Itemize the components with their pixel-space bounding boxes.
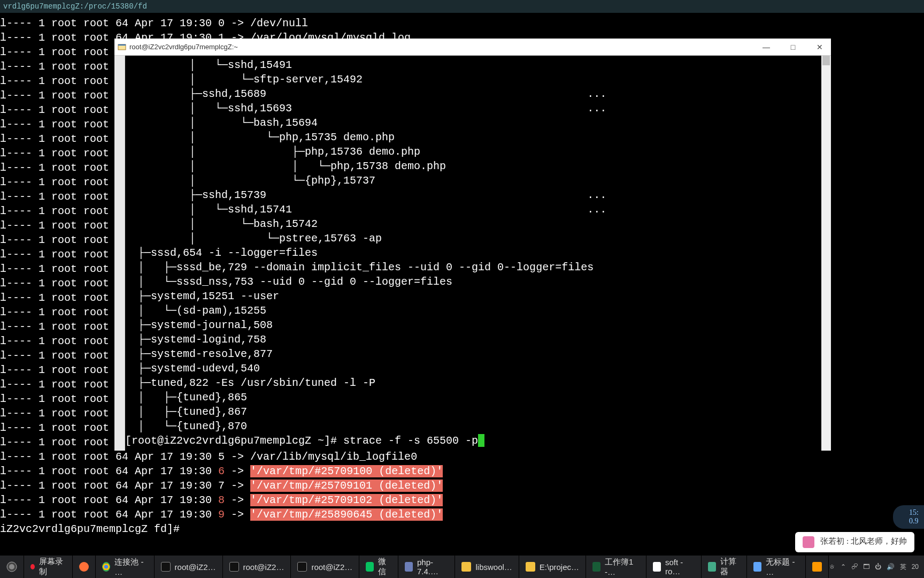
chat-name: 张若初 : <box>820 537 849 545</box>
txt-icon <box>753 562 761 572</box>
fm-icon <box>526 562 535 572</box>
start-button[interactable] <box>0 556 24 578</box>
taskbar-label: 屏幕录制 <box>39 557 66 577</box>
taskbar-item[interactable]: 屏幕录制 <box>24 556 73 578</box>
scrollbar[interactable] <box>821 56 831 451</box>
svg-point-3 <box>9 564 14 569</box>
taskbar-item[interactable] <box>806 556 829 578</box>
term-icon <box>161 562 171 572</box>
putty-window: root@iZ2vc2vrdlg6pu7memplcgZ:~ — □ ✕ │ └… <box>114 39 831 451</box>
maximize-button[interactable]: □ <box>785 43 801 51</box>
taskbar-item[interactable]: E:\projec… <box>519 556 586 578</box>
taskbar-label: 工作簿1 -… <box>605 557 640 576</box>
tray-icon[interactable]: 🗪 <box>851 563 858 571</box>
tray-icon[interactable]: ㅎ <box>829 562 835 572</box>
avatar <box>803 536 814 548</box>
taskbar-label: php-7.4.… <box>417 558 449 576</box>
taskbar-label: 无标题 - … <box>766 557 798 576</box>
xls-icon <box>592 562 600 572</box>
taskbar-item[interactable]: 计算器 <box>702 556 747 578</box>
taskbar-label: root@iZ2… <box>311 562 352 572</box>
pill-line1: 15: <box>909 508 919 517</box>
record-icon <box>30 564 35 569</box>
chat-notification[interactable]: 张若初 : 北风老师，好帅 <box>795 532 914 552</box>
putty-icon <box>118 43 126 51</box>
taskbar-label: 连接池 - … <box>114 557 147 576</box>
taskbar-item[interactable]: 无标题 - … <box>747 556 805 578</box>
taskbar-item[interactable]: 微信 <box>359 556 398 578</box>
taskbar[interactable]: 屏幕录制连接池 - …root@iZ2…root@iZ2…root@iZ2…微信… <box>0 556 924 578</box>
taskbar-item[interactable] <box>73 556 96 578</box>
taskbar-label: 微信 <box>378 557 391 577</box>
close-button[interactable]: ✕ <box>812 43 828 51</box>
chat-msg: 北风老师，好帅 <box>851 537 907 545</box>
taskbar-item[interactable]: libswool… <box>455 556 519 578</box>
pill-line2: 0.9 <box>909 517 919 526</box>
putty-title: root@iZ2vc2vrdlg6pu7memplcgZ:~ <box>129 43 238 51</box>
system-tray[interactable]: ㅎ⌃🗪🗔⏻🔊英20 <box>829 562 924 572</box>
wx-icon <box>366 562 374 572</box>
fg-terminal[interactable]: │ └─sshd,15491 │ └─sftp-server,15492 ├─s… <box>125 56 821 451</box>
tray-icon[interactable]: ⌃ <box>841 563 846 571</box>
tray-icon[interactable]: 英 <box>900 562 906 572</box>
taskbar-item[interactable]: php-7.4.… <box>398 556 456 578</box>
wps-icon <box>653 562 661 572</box>
sub-icon <box>812 562 822 572</box>
minimize-button[interactable]: — <box>758 43 774 51</box>
taskbar-item[interactable]: 连接池 - … <box>96 556 154 578</box>
session-tab-strip[interactable] <box>114 56 125 451</box>
svg-rect-1 <box>118 44 126 45</box>
tray-icon[interactable]: 🗔 <box>863 563 869 571</box>
taskbar-label: 计算器 <box>720 557 740 577</box>
taskbar-item[interactable]: root@iZ2… <box>155 556 223 578</box>
tray-clock[interactable]: 20 <box>912 563 919 571</box>
calc-icon <box>708 562 716 572</box>
window-buttons: — □ ✕ <box>758 43 828 51</box>
taskbar-item[interactable]: root@iZ2… <box>291 556 359 578</box>
taskbar-label: libswool… <box>475 562 512 572</box>
taskbar-label: root@iZ2… <box>175 562 216 572</box>
php-icon <box>405 562 413 572</box>
ff-icon <box>79 562 89 572</box>
taskbar-item[interactable]: root@iZ2… <box>223 556 291 578</box>
fm-icon <box>461 562 471 572</box>
scrollbar-thumb[interactable] <box>822 56 830 65</box>
taskbar-label: root@iZ2… <box>243 562 284 572</box>
taskbar-item[interactable]: soft - ro… <box>646 556 702 578</box>
taskbar-label: E:\projec… <box>540 562 579 572</box>
term-icon <box>229 562 239 572</box>
taskbar-item[interactable]: 工作簿1 -… <box>586 556 646 578</box>
putty-titlebar[interactable]: root@iZ2vc2vrdlg6pu7memplcgZ:~ — □ ✕ <box>114 39 831 56</box>
floating-stats-pill[interactable]: 15: 0.9 <box>893 505 924 529</box>
tray-icon[interactable]: ⏻ <box>875 563 881 571</box>
taskbar-label: soft - ro… <box>665 558 695 576</box>
tray-icon[interactable]: 🔊 <box>887 563 895 571</box>
term-icon <box>297 562 307 572</box>
ch-icon <box>102 562 110 572</box>
